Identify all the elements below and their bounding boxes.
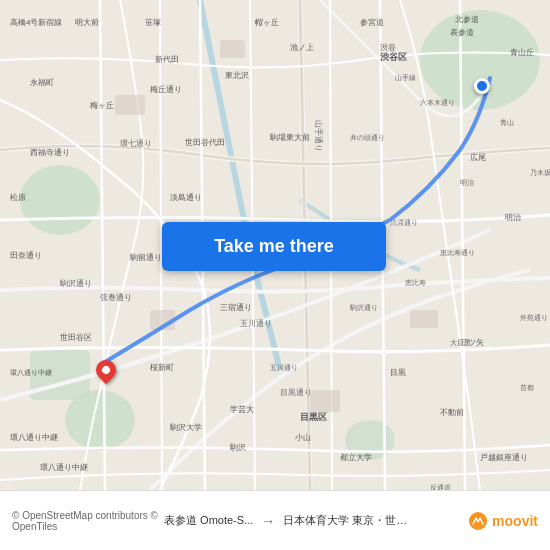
svg-text:高橋4号新宿線: 高橋4号新宿線 xyxy=(10,18,62,27)
svg-text:池ノ上: 池ノ上 xyxy=(290,43,314,52)
svg-text:学芸大: 学芸大 xyxy=(230,405,254,414)
svg-text:表参道: 表参道 xyxy=(450,28,474,37)
origin-dot xyxy=(474,78,490,94)
svg-text:松原: 松原 xyxy=(10,193,26,202)
map-container: 山手通り 環七通り 駒沢通り 六本木通り 目黒通り 玉川通り 渋谷区 目黒区 世… xyxy=(0,0,550,490)
svg-text:大目黒: 大目黒 xyxy=(450,339,471,346)
svg-rect-10 xyxy=(410,310,438,328)
svg-text:目黒: 目黒 xyxy=(390,368,406,377)
svg-point-2 xyxy=(20,165,100,235)
origin-label: 表参道 Omote-S... xyxy=(164,513,253,528)
svg-text:広尾: 広尾 xyxy=(470,153,486,162)
svg-rect-6 xyxy=(115,95,145,115)
svg-text:井の頭通り: 井の頭通り xyxy=(350,134,385,142)
svg-text:東北沢: 東北沢 xyxy=(225,71,249,80)
svg-text:渋谷: 渋谷 xyxy=(380,43,396,52)
svg-text:明治: 明治 xyxy=(505,213,521,222)
take-me-there-button[interactable]: Take me there xyxy=(162,222,386,271)
svg-rect-7 xyxy=(220,40,245,58)
copyright-text: © OpenStreetMap contributors © OpenTiles xyxy=(12,510,164,532)
svg-text:駒沢通り: 駒沢通り xyxy=(349,304,378,312)
svg-text:駒沢通り: 駒沢通り xyxy=(59,279,92,288)
svg-text:参宮道: 参宮道 xyxy=(360,18,384,27)
svg-text:西福寺通り: 西福寺通り xyxy=(30,148,70,157)
svg-text:笹塚: 笹塚 xyxy=(145,18,161,27)
svg-text:世田谷代田: 世田谷代田 xyxy=(185,138,225,147)
svg-text:駒沢: 駒沢 xyxy=(229,443,246,452)
route-info: 表参道 Omote-S... → 日本体育大学 東京・世田谷キ... xyxy=(164,513,468,529)
svg-text:戸越銀座通り: 戸越銀座通り xyxy=(480,453,528,462)
svg-text:三宿通り: 三宿通り xyxy=(220,303,252,312)
svg-text:環八通り中継: 環八通り中継 xyxy=(10,369,52,377)
svg-text:新代田: 新代田 xyxy=(155,55,179,64)
svg-text:環八通り中継: 環八通り中継 xyxy=(10,433,58,442)
svg-text:玉川通り: 玉川通り xyxy=(240,319,272,328)
svg-text:駒留通り: 駒留通り xyxy=(129,253,162,262)
svg-text:世田谷区: 世田谷区 xyxy=(60,333,92,342)
svg-text:弦巻通り: 弦巻通り xyxy=(100,293,132,302)
svg-text:梅ヶ丘: 梅ヶ丘 xyxy=(89,101,114,110)
svg-text:帽ヶ丘: 帽ヶ丘 xyxy=(255,18,279,27)
svg-text:乃木坂: 乃木坂 xyxy=(530,169,550,176)
svg-text:恵比寿通り: 恵比寿通り xyxy=(439,249,475,257)
svg-text:目黒通り: 目黒通り xyxy=(280,388,312,397)
svg-text:六本木通り: 六本木通り xyxy=(420,99,455,107)
svg-text:明大前: 明大前 xyxy=(75,18,99,27)
bottom-bar: © OpenStreetMap contributors © OpenTiles… xyxy=(0,490,550,550)
moovit-brand-text: moovit xyxy=(492,513,538,529)
svg-text:都立大学: 都立大学 xyxy=(340,453,372,462)
destination-label: 日本体育大学 東京・世田谷キ... xyxy=(283,513,413,528)
moovit-logo: moovit xyxy=(468,511,538,531)
svg-text:目黒区: 目黒区 xyxy=(300,412,327,422)
arrow-icon: → xyxy=(261,513,275,529)
svg-text:山手通り: 山手通り xyxy=(314,120,323,152)
svg-text:不動前: 不動前 xyxy=(440,408,464,417)
svg-text:渋滞通り: 渋滞通り xyxy=(390,219,418,227)
svg-rect-9 xyxy=(310,390,340,412)
svg-text:北参道: 北参道 xyxy=(455,15,479,24)
svg-text:環八通り中継: 環八通り中継 xyxy=(40,463,88,472)
svg-text:駒場東大前: 駒場東大前 xyxy=(269,133,310,142)
svg-text:小山: 小山 xyxy=(295,433,311,442)
svg-text:永福町: 永福町 xyxy=(30,78,54,87)
svg-text:田奈通り: 田奈通り xyxy=(10,251,42,260)
svg-text:五川通り: 五川通り xyxy=(270,364,298,372)
svg-text:駒沢大学: 駒沢大学 xyxy=(169,423,202,432)
svg-text:桜新町: 桜新町 xyxy=(150,363,174,372)
svg-text:首都: 首都 xyxy=(520,384,534,391)
svg-text:外苑通り: 外苑通り xyxy=(520,314,548,322)
svg-text:梅丘通り: 梅丘通り xyxy=(149,85,182,94)
moovit-logo-icon xyxy=(468,511,488,531)
svg-text:青山丘: 青山丘 xyxy=(510,48,534,57)
svg-text:青山: 青山 xyxy=(500,119,514,126)
svg-text:淡島通り: 淡島通り xyxy=(170,193,202,202)
svg-text:渋谷区: 渋谷区 xyxy=(380,52,407,62)
svg-text:山手線: 山手線 xyxy=(395,74,416,81)
svg-text:恵比寿: 恵比寿 xyxy=(404,279,426,286)
svg-text:明治: 明治 xyxy=(460,179,474,186)
svg-text:環七通り: 環七通り xyxy=(120,139,152,148)
